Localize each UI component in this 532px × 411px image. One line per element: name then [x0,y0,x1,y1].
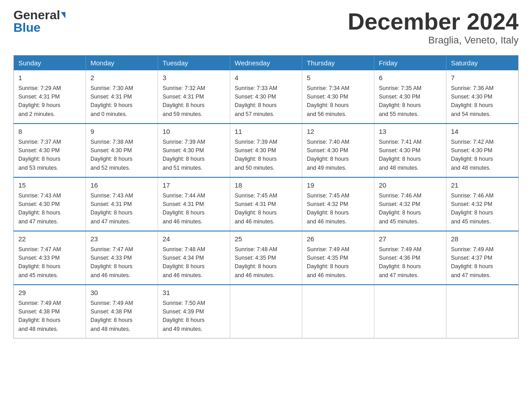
calendar-cell: 20 Sunrise: 7:46 AMSunset: 4:32 PMDaylig… [374,177,446,231]
day-info: Sunrise: 7:37 AMSunset: 4:30 PMDaylight:… [18,138,81,173]
calendar-cell: 28 Sunrise: 7:49 AMSunset: 4:37 PMDaylig… [446,231,519,285]
day-info: Sunrise: 7:49 AMSunset: 4:38 PMDaylight:… [90,299,153,334]
day-info: Sunrise: 7:39 AMSunset: 4:30 PMDaylight:… [235,138,297,173]
title-area: December 2024 Braglia, Veneto, Italy [348,9,519,46]
calendar-cell: 3 Sunrise: 7:32 AMSunset: 4:31 PMDayligh… [158,70,230,124]
day-info: Sunrise: 7:44 AMSunset: 4:31 PMDaylight:… [163,192,225,227]
day-number: 11 [235,127,297,137]
day-number: 5 [307,73,369,83]
day-info: Sunrise: 7:39 AMSunset: 4:30 PMDaylight:… [163,138,225,173]
day-number: 26 [307,234,369,244]
day-number: 22 [18,234,81,244]
col-header-monday: Monday [86,56,158,71]
calendar-table: SundayMondayTuesdayWednesdayThursdayFrid… [13,55,519,338]
day-info: Sunrise: 7:49 AMSunset: 4:35 PMDaylight:… [307,245,369,280]
logo-triangle-icon [61,12,65,18]
day-number: 20 [379,180,442,191]
calendar-cell: 23 Sunrise: 7:47 AMSunset: 4:33 PMDaylig… [86,231,158,285]
day-number: 29 [18,288,81,298]
day-info: Sunrise: 7:50 AMSunset: 4:39 PMDaylight:… [163,299,225,334]
calendar-week-row: 8 Sunrise: 7:37 AMSunset: 4:30 PMDayligh… [14,124,519,177]
day-info: Sunrise: 7:46 AMSunset: 4:32 PMDaylight:… [451,192,514,227]
calendar-cell: 19 Sunrise: 7:45 AMSunset: 4:32 PMDaylig… [302,177,374,231]
day-info: Sunrise: 7:47 AMSunset: 4:33 PMDaylight:… [18,245,81,280]
calendar-cell: 5 Sunrise: 7:34 AMSunset: 4:30 PMDayligh… [302,70,374,124]
day-number: 25 [235,234,297,244]
day-info: Sunrise: 7:41 AMSunset: 4:30 PMDaylight:… [379,138,442,173]
col-header-tuesday: Tuesday [158,56,230,71]
day-info: Sunrise: 7:34 AMSunset: 4:30 PMDaylight:… [307,84,369,119]
day-number: 30 [90,288,153,298]
calendar-cell: 31 Sunrise: 7:50 AMSunset: 4:39 PMDaylig… [158,285,230,338]
day-number: 13 [379,127,442,137]
calendar-cell: 27 Sunrise: 7:49 AMSunset: 4:36 PMDaylig… [374,231,446,285]
day-number: 4 [235,73,297,83]
day-number: 3 [163,73,225,83]
day-number: 15 [18,180,81,191]
calendar-cell: 10 Sunrise: 7:39 AMSunset: 4:30 PMDaylig… [158,124,230,177]
calendar-cell: 17 Sunrise: 7:44 AMSunset: 4:31 PMDaylig… [158,177,230,231]
calendar-week-row: 15 Sunrise: 7:43 AMSunset: 4:30 PMDaylig… [14,177,519,231]
col-header-sunday: Sunday [14,56,86,71]
calendar-cell: 4 Sunrise: 7:33 AMSunset: 4:30 PMDayligh… [230,70,302,124]
day-number: 12 [307,127,369,137]
day-number: 6 [379,73,442,83]
calendar-cell [446,285,519,338]
calendar-cell: 13 Sunrise: 7:41 AMSunset: 4:30 PMDaylig… [374,124,446,177]
calendar-cell: 26 Sunrise: 7:49 AMSunset: 4:35 PMDaylig… [302,231,374,285]
day-number: 27 [379,234,442,244]
logo: General Blue [13,9,65,34]
col-header-wednesday: Wednesday [230,56,302,71]
day-info: Sunrise: 7:29 AMSunset: 4:31 PMDaylight:… [18,84,81,119]
day-info: Sunrise: 7:45 AMSunset: 4:32 PMDaylight:… [307,192,369,227]
day-number: 19 [307,180,369,191]
calendar-cell: 25 Sunrise: 7:48 AMSunset: 4:35 PMDaylig… [230,231,302,285]
day-number: 24 [163,234,225,244]
calendar-cell [374,285,446,338]
col-header-saturday: Saturday [446,56,519,71]
logo-line2: Blue [13,21,41,34]
day-info: Sunrise: 7:36 AMSunset: 4:30 PMDaylight:… [451,84,514,119]
calendar-cell: 15 Sunrise: 7:43 AMSunset: 4:30 PMDaylig… [14,177,86,231]
calendar-cell: 9 Sunrise: 7:38 AMSunset: 4:30 PMDayligh… [86,124,158,177]
day-info: Sunrise: 7:35 AMSunset: 4:30 PMDaylight:… [379,84,442,119]
calendar-cell: 22 Sunrise: 7:47 AMSunset: 4:33 PMDaylig… [14,231,86,285]
calendar-cell: 6 Sunrise: 7:35 AMSunset: 4:30 PMDayligh… [374,70,446,124]
day-info: Sunrise: 7:43 AMSunset: 4:31 PMDaylight:… [90,192,153,227]
day-number: 18 [235,180,297,191]
calendar-cell: 29 Sunrise: 7:49 AMSunset: 4:38 PMDaylig… [14,285,86,338]
day-number: 16 [90,180,153,191]
calendar-cell: 30 Sunrise: 7:49 AMSunset: 4:38 PMDaylig… [86,285,158,338]
calendar-cell: 21 Sunrise: 7:46 AMSunset: 4:32 PMDaylig… [446,177,519,231]
day-number: 31 [163,288,225,298]
day-info: Sunrise: 7:49 AMSunset: 4:38 PMDaylight:… [18,299,81,334]
day-info: Sunrise: 7:48 AMSunset: 4:34 PMDaylight:… [163,245,225,280]
day-info: Sunrise: 7:49 AMSunset: 4:36 PMDaylight:… [379,245,442,280]
calendar-cell: 7 Sunrise: 7:36 AMSunset: 4:30 PMDayligh… [446,70,519,124]
day-number: 21 [451,180,514,191]
day-info: Sunrise: 7:49 AMSunset: 4:37 PMDaylight:… [451,245,514,280]
day-info: Sunrise: 7:32 AMSunset: 4:31 PMDaylight:… [163,84,225,119]
day-info: Sunrise: 7:45 AMSunset: 4:31 PMDaylight:… [235,192,297,227]
calendar-cell: 1 Sunrise: 7:29 AMSunset: 4:31 PMDayligh… [14,70,86,124]
day-info: Sunrise: 7:46 AMSunset: 4:32 PMDaylight:… [379,192,442,227]
page-title: December 2024 [348,9,519,34]
page-header: General Blue December 2024 Braglia, Vene… [13,9,519,46]
calendar-cell: 18 Sunrise: 7:45 AMSunset: 4:31 PMDaylig… [230,177,302,231]
day-number: 8 [18,127,81,137]
day-info: Sunrise: 7:48 AMSunset: 4:35 PMDaylight:… [235,245,297,280]
col-header-friday: Friday [374,56,446,71]
day-info: Sunrise: 7:40 AMSunset: 4:30 PMDaylight:… [307,138,369,173]
calendar-cell: 2 Sunrise: 7:30 AMSunset: 4:31 PMDayligh… [86,70,158,124]
calendar-week-row: 22 Sunrise: 7:47 AMSunset: 4:33 PMDaylig… [14,231,519,285]
day-number: 23 [90,234,153,244]
day-number: 9 [90,127,153,137]
calendar-week-row: 29 Sunrise: 7:49 AMSunset: 4:38 PMDaylig… [14,285,519,338]
logo-line1: General [13,9,65,21]
day-number: 14 [451,127,514,137]
day-number: 2 [90,73,153,83]
calendar-cell: 14 Sunrise: 7:42 AMSunset: 4:30 PMDaylig… [446,124,519,177]
day-number: 7 [451,73,514,83]
calendar-cell: 24 Sunrise: 7:48 AMSunset: 4:34 PMDaylig… [158,231,230,285]
day-info: Sunrise: 7:30 AMSunset: 4:31 PMDaylight:… [90,84,153,119]
